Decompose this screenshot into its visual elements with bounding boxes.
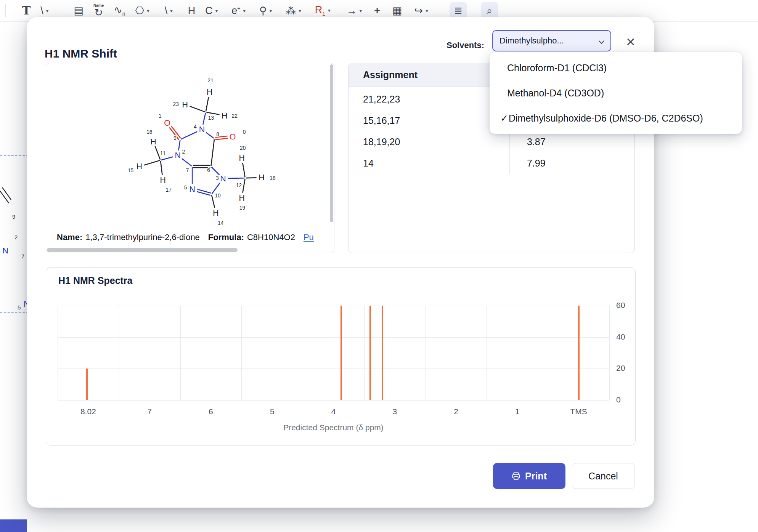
plot-gridline-vertical	[548, 306, 548, 400]
molecule-structure-panel: H2113H23H22N4O198O0H16N211H15H1776H20N31…	[46, 63, 334, 253]
template-library-button[interactable]: ▤	[74, 6, 84, 16]
bond-line	[182, 159, 192, 166]
electron-pair-tool-icon: e+	[231, 6, 240, 16]
dropdown-caret-icon[interactable]: ▾	[328, 8, 331, 13]
atom-number-label: 6	[207, 167, 210, 173]
atom-number-label: 19	[239, 205, 246, 211]
name-to-structure-button[interactable]: Name↻	[93, 4, 104, 18]
toolbar-separator	[5, 4, 6, 17]
plot-gridline-vertical	[487, 306, 487, 400]
nmr-peak	[340, 306, 342, 400]
nmr-shift-dialog: H1 NMR Shift Solvents: Dimethylsulpho...…	[27, 17, 654, 508]
atom-label-H20: H	[239, 154, 244, 163]
reaction-plus-tool-button[interactable]: +	[374, 6, 380, 16]
dropdown-caret-icon[interactable]: ▾	[170, 8, 173, 14]
pubchem-link[interactable]: Pu	[304, 232, 314, 242]
dropdown-caret-icon[interactable]: ▾	[46, 8, 49, 14]
vertical-scrollbar-thumb[interactable]	[330, 64, 333, 222]
fragment-tool-button[interactable]: ⁂▾	[286, 6, 301, 16]
reaction-arrow-tool-button[interactable]: →▾	[347, 6, 362, 16]
carbon-atom-button[interactable]: C▾	[205, 6, 218, 16]
solvent-select[interactable]: Dimethylsulpho...	[492, 30, 611, 51]
assignment-cell: 21,22,23	[348, 94, 509, 105]
y-tick-label: 40	[616, 332, 635, 341]
dialog-title: H1 NMR Shift	[45, 47, 117, 60]
atom-number-label: 13	[208, 115, 214, 121]
bond-line	[206, 133, 214, 138]
carbon-atom-icon: C	[205, 6, 213, 16]
x-tick-label: 4	[316, 407, 351, 416]
x-tick-label: 8.02	[71, 407, 105, 416]
atom-number-label: 14	[218, 220, 224, 226]
atom-label-H18: H	[259, 173, 264, 183]
print-button[interactable]: Print	[493, 463, 565, 489]
cancel-button[interactable]: Cancel	[572, 463, 634, 489]
atom-number-label: 5	[184, 184, 187, 191]
atom-number-label: 10	[215, 192, 221, 199]
dropdown-caret-icon[interactable]: ▾	[426, 8, 428, 14]
printer-icon	[512, 472, 520, 481]
shift-cell: 7.99	[509, 158, 546, 169]
solvent-option[interactable]: ✓Chloroform-D1 (CDCl3)	[490, 55, 742, 80]
atom-number-label: 18	[270, 175, 276, 181]
close-icon[interactable]: ✕	[622, 34, 639, 50]
chain-tool-icon: \	[165, 6, 168, 16]
chain-tool-button[interactable]: \▾	[165, 6, 173, 16]
bond-tool-button[interactable]: \▾	[40, 6, 48, 16]
dropdown-caret-icon[interactable]: ▾	[360, 8, 362, 14]
atom-label-N4: N	[199, 125, 205, 134]
stereo-pin-tool-button[interactable]: ⚲▾	[259, 6, 272, 16]
hydrogen-atom-button[interactable]: H	[188, 6, 196, 16]
selection-corner-chip	[0, 519, 27, 532]
dropdown-caret-icon[interactable]: ▾	[243, 8, 246, 14]
atom-number-label: 2	[182, 149, 185, 155]
bond-line	[212, 195, 215, 208]
fragment-atom-number: 5	[18, 304, 21, 311]
bond-line	[178, 140, 180, 151]
solvent-option[interactable]: ✓Dimethylsulphoxide-D6 (DMSO-D6, C2D6SO)	[490, 106, 742, 131]
dropdown-caret-icon[interactable]: ▾	[147, 8, 149, 14]
atom-number-label: 4	[194, 123, 197, 130]
nmr-peak	[578, 306, 580, 400]
bond-line	[212, 167, 220, 175]
molecule-formula-value: C8H10N4O2	[247, 232, 295, 242]
plot-gridline-horizontal	[58, 306, 609, 306]
atom-label-N2: N	[175, 151, 181, 160]
spectra-panel: H1 NMR Spectra 6040200 8.027654321TMS Pr…	[46, 267, 636, 445]
text-tool-button[interactable]: T	[22, 5, 31, 16]
solvent-option-label: Dimethylsulphoxide-D6 (DMSO-D6, C2D6SO)	[509, 113, 703, 124]
plot-gridline-vertical	[180, 306, 181, 400]
atom-label-N3: N	[220, 174, 226, 183]
horizontal-scrollbar-thumb[interactable]	[47, 248, 238, 252]
nmr-peak	[369, 306, 371, 400]
polymer-tool-button[interactable]: ∿n	[114, 5, 125, 16]
electron-pair-tool-button[interactable]: e+▾	[231, 6, 246, 16]
reaction-plus-tool-icon: +	[374, 6, 380, 16]
table-row: 18,19,203.87	[348, 131, 634, 152]
atom-number-label: 16	[146, 129, 153, 135]
solvent-option[interactable]: ✓Methanol-D4 (CD3OD)	[490, 80, 742, 106]
solvents-label: Solvents:	[404, 40, 484, 50]
ring-template-button[interactable]: ⎔▾	[135, 6, 149, 16]
atom-label-H21: H	[207, 88, 212, 97]
hydrogen-atom-icon: H	[188, 6, 196, 16]
mapping-arrow-tool-button[interactable]: ↪▾	[414, 6, 428, 16]
dropdown-caret-icon[interactable]: ▾	[215, 8, 218, 14]
fragment-atom-number: 7	[21, 253, 24, 260]
nmr-peak	[382, 306, 383, 400]
atom-number-label: 7	[186, 167, 189, 173]
x-tick-label: 6	[194, 407, 228, 416]
dropdown-caret-icon[interactable]: ▾	[299, 8, 301, 14]
calculator-tool-button[interactable]: ▦	[392, 6, 402, 16]
molecule-structure: H2113H23H22N4O198O0H16N211H15H1776H20N31…	[47, 64, 333, 227]
plot-gridline-vertical	[119, 306, 119, 400]
ring-template-icon: ⎔	[135, 6, 145, 16]
atom-number-label: 11	[160, 150, 166, 156]
x-tick-label: 3	[377, 407, 412, 416]
r-group-tool-button[interactable]: R1▾	[315, 5, 331, 16]
atom-number-label: 0	[243, 129, 246, 135]
dropdown-caret-icon[interactable]: ▾	[270, 8, 272, 14]
solvent-dropdown-menu: ✓Chloroform-D1 (CDCl3)✓Methanol-D4 (CD3O…	[490, 52, 742, 134]
plot-gridline-horizontal	[58, 369, 609, 369]
shift-cell: 3.87	[509, 136, 546, 147]
